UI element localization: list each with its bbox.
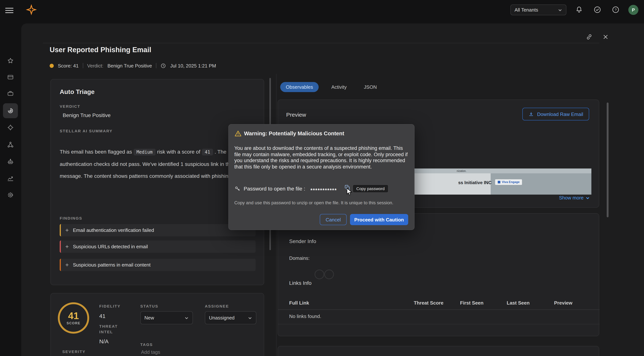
- briefcase-icon: [7, 90, 14, 97]
- summary-text-2: risk with a score of: [157, 149, 200, 155]
- download-raw-email-button[interactable]: Download Raw Email: [522, 108, 589, 120]
- status-select[interactable]: New: [140, 311, 193, 324]
- app-root: All Tenants ? P: [0, 0, 644, 356]
- sidebar-item-threat-hunting[interactable]: [3, 120, 18, 135]
- tab-json[interactable]: JSON: [359, 82, 381, 92]
- col-last-seen: Last Seen: [507, 300, 530, 306]
- password-row: Password to open the file :: [234, 184, 305, 193]
- tags-input[interactable]: [140, 348, 256, 356]
- viva-engage-label: Viva Engage: [502, 180, 520, 184]
- network-nodes-icon: [7, 141, 14, 148]
- modal-body-text: You are about to download the contents o…: [234, 145, 410, 170]
- table-row-divider: [278, 324, 600, 324]
- assignee-value: Unassigned: [209, 315, 234, 321]
- viva-engage-logo-icon: [498, 181, 500, 183]
- case-score: Score: 41: [58, 63, 78, 68]
- score-word: SCORE: [66, 321, 80, 325]
- score-badge: 41 SCORE: [58, 302, 89, 334]
- preview-heading: Preview: [286, 111, 306, 118]
- case-meta-row: Score: 41 Verdict: Benign True Positive …: [50, 62, 216, 69]
- chart-trend-icon: [7, 175, 14, 182]
- next-section-card: [278, 346, 599, 356]
- brand-logo[interactable]: [25, 3, 38, 16]
- user-avatar[interactable]: P: [628, 5, 638, 15]
- chevron-down-icon: [586, 196, 590, 200]
- sidebar-item-cases[interactable]: [3, 86, 18, 101]
- case-detail-panel: User Reported Phishing Email Score: 41 V…: [21, 23, 644, 356]
- malicious-content-warning-modal: Warning: Potentially Malicious Content Y…: [228, 124, 414, 230]
- robot-icon: [7, 158, 14, 166]
- clock-icon: [161, 63, 166, 68]
- password-note: Copy and use this password to unzip or o…: [234, 200, 394, 205]
- right-pane-scrollbar[interactable]: [607, 102, 608, 217]
- gear-icon: [7, 191, 14, 199]
- email-banner-org-text: ss Initiative INC: [458, 180, 492, 185]
- notifications-bell-icon[interactable]: [575, 5, 583, 14]
- cancel-button[interactable]: Cancel: [320, 214, 347, 225]
- ai-summary-heading: STELLAR AI SUMMARY: [60, 129, 255, 133]
- case-title: User Reported Phishing Email: [50, 46, 151, 54]
- show-more-label: Show more: [559, 195, 584, 201]
- close-icon[interactable]: [602, 33, 609, 40]
- mouse-cursor: [346, 188, 353, 195]
- case-timestamp: Jul 10, 2025 1:21 PM: [170, 63, 216, 68]
- expand-plus-icon[interactable]: +: [65, 227, 69, 234]
- ai-summary-text: This email has been flagged as Medium ri…: [60, 146, 256, 182]
- detail-tabs: Observables Activity JSON: [280, 82, 381, 92]
- tab-activity[interactable]: Activity: [327, 82, 351, 92]
- threat-intel-label-2: INTEL: [99, 330, 113, 334]
- hamburger-menu-icon[interactable]: [5, 6, 14, 13]
- key-icon: [234, 185, 241, 192]
- expand-plus-icon[interactable]: +: [65, 243, 69, 250]
- sidebar-item-favorites[interactable]: [3, 53, 18, 68]
- copy-password-tooltip: Copy password: [352, 185, 388, 193]
- sender-info-card: Sender Info Domains: Links Info Full Lin…: [278, 213, 599, 336]
- sender-info-heading: Sender Info: [289, 238, 316, 244]
- fidelity-value: 41: [99, 313, 106, 319]
- help-icon[interactable]: ?: [612, 5, 620, 14]
- avatar-initial: P: [632, 7, 635, 12]
- triage-verdict-value: Benign True Positive: [63, 112, 255, 118]
- copy-link-icon[interactable]: [586, 33, 592, 40]
- proceed-with-caution-button[interactable]: Proceed with Caution: [350, 214, 408, 225]
- task-check-icon[interactable]: [593, 5, 602, 14]
- finding-row[interactable]: + Suspicious patterns in email content: [60, 259, 256, 271]
- tenant-selector[interactable]: All Tenants: [510, 4, 566, 15]
- score-dot: [50, 63, 54, 68]
- sidebar-item-visualize[interactable]: [3, 70, 18, 85]
- domain-placeholder-circle: [314, 270, 324, 279]
- fidelity-label: FIDELITY: [99, 304, 120, 308]
- viva-engage-badge: Viva Engage: [495, 179, 522, 185]
- tab-observables[interactable]: Observables: [280, 82, 319, 92]
- sidebar-item-triage[interactable]: [3, 103, 18, 118]
- meta-separator: [156, 63, 156, 68]
- auto-triage-title: Auto Triage: [60, 88, 255, 96]
- assignee-select[interactable]: Unassigned: [205, 311, 256, 324]
- svg-text:?: ?: [615, 8, 617, 12]
- finding-label: Suspicious URLs detected in email: [73, 244, 148, 249]
- findings-heading: FINDINGS: [60, 216, 82, 220]
- header-divider: [43, 43, 599, 43]
- sidebar-item-automation[interactable]: [3, 154, 18, 169]
- tags-label: TAGS: [140, 342, 153, 347]
- email-banner-dark-region: Viva Engage: [491, 173, 592, 195]
- download-button-label: Download Raw Email: [537, 111, 583, 117]
- assignee-label: ASSIGNEE: [205, 304, 229, 308]
- risk-level-chip: Medium: [134, 149, 156, 155]
- preview-show-more-link[interactable]: Show more: [559, 195, 590, 201]
- finding-row[interactable]: + Email authentication verification fail…: [60, 224, 256, 236]
- chevron-down-icon: [248, 316, 252, 320]
- expand-plus-icon[interactable]: +: [65, 262, 69, 268]
- download-icon: [528, 111, 534, 117]
- severity-label: SEVERITY: [62, 349, 86, 354]
- sidebar-item-correlations[interactable]: [3, 137, 18, 152]
- star-icon: [7, 57, 14, 64]
- spiral-target-icon: [7, 107, 14, 114]
- col-preview: Preview: [554, 300, 572, 306]
- finding-row[interactable]: + Suspicious URLs detected in email: [60, 240, 256, 253]
- sidebar-item-reports[interactable]: [3, 171, 18, 186]
- sidebar-item-settings[interactable]: [3, 188, 18, 202]
- score-value: 41: [68, 311, 79, 321]
- panel-actions: [586, 33, 609, 40]
- col-full-link: Full Link: [289, 300, 309, 306]
